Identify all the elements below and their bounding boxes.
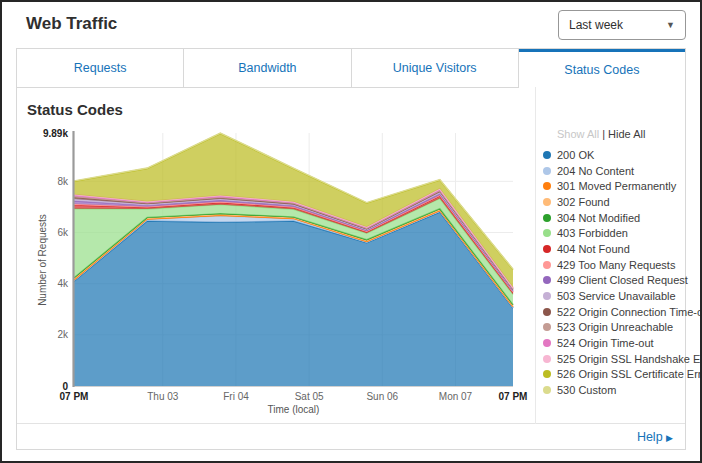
legend-item-522[interactable]: 522 Origin Connection Time-out <box>543 304 691 320</box>
tab-requests-label: Requests <box>74 61 127 75</box>
legend-dot-icon <box>543 355 551 363</box>
tab-status-codes[interactable]: Status Codes <box>519 49 685 88</box>
legend-dot-icon <box>543 370 551 378</box>
time-range-value: Last week <box>569 18 666 32</box>
chart-title: Status Codes <box>27 101 123 118</box>
help-arrow-icon: ▶ <box>666 433 673 443</box>
time-range-dropdown[interactable]: Last week ▼ <box>558 10 686 40</box>
legend-dot-icon <box>543 167 551 175</box>
legend-dot-icon <box>543 151 551 159</box>
legend-dot-icon <box>543 261 551 269</box>
tab-status-codes-label: Status Codes <box>564 63 639 77</box>
tab-unique-visitors-label: Unique Visitors <box>393 61 477 75</box>
legend-divider <box>535 87 536 424</box>
legend-item-530[interactable]: 530 Custom <box>543 382 691 398</box>
legend-header: Show All|Hide All <box>543 128 691 140</box>
legend-item-label: 304 Not Modified <box>557 212 640 224</box>
hide-all-link[interactable]: Hide All <box>608 128 645 140</box>
legend-item-label: 302 Found <box>557 196 610 208</box>
legend-item-523[interactable]: 523 Origin Unreachable <box>543 320 691 336</box>
legend-item-label: 525 Origin SSL Handshake Error <box>557 353 702 365</box>
legend-item-429[interactable]: 429 Too Many Requests <box>543 257 691 273</box>
legend-item-label: 526 Origin SSL Certificate Error <box>557 368 702 380</box>
legend-item-label: 200 OK <box>557 149 594 161</box>
web-traffic-panel: Web Traffic Last week ▼ Requests Bandwid… <box>0 0 702 463</box>
legend-item-499[interactable]: 499 Client Closed Request <box>543 273 691 289</box>
tab-unique-visitors[interactable]: Unique Visitors <box>352 49 519 88</box>
show-all-link[interactable]: Show All <box>557 128 599 140</box>
legend-item-label: 301 Moved Permanently <box>557 180 676 192</box>
help-link[interactable]: Help ▶ <box>637 430 673 444</box>
legend-item-524[interactable]: 524 Origin Time-out <box>543 335 691 351</box>
legend-items: 200 OK204 No Content301 Moved Permanentl… <box>543 147 691 398</box>
legend-dot-icon <box>543 323 551 331</box>
card-footer: Help ▶ <box>17 423 685 449</box>
tab-bandwidth-label: Bandwidth <box>238 61 296 75</box>
legend-dot-icon <box>543 339 551 347</box>
tab-bandwidth[interactable]: Bandwidth <box>184 49 351 88</box>
chevron-down-icon: ▼ <box>666 20 675 30</box>
legend-item-label: 530 Custom <box>557 384 616 396</box>
legend-header-separator: | <box>602 128 605 140</box>
legend-dot-icon <box>543 182 551 190</box>
legend-item-503[interactable]: 503 Service Unavailable <box>543 288 691 304</box>
legend-item-label: 403 Forbidden <box>557 227 628 239</box>
legend-item-200[interactable]: 200 OK <box>543 147 691 163</box>
legend-item-label: 524 Origin Time-out <box>557 337 654 349</box>
legend-item-label: 204 No Content <box>557 165 634 177</box>
legend-item-label: 499 Client Closed Request <box>557 274 688 286</box>
legend-dot-icon <box>543 214 551 222</box>
legend-item-label: 429 Too Many Requests <box>557 259 675 271</box>
legend-dot-icon <box>543 276 551 284</box>
legend-item-label: 522 Origin Connection Time-out <box>557 306 702 318</box>
legend-item-204[interactable]: 204 No Content <box>543 163 691 179</box>
legend-dot-icon <box>543 308 551 316</box>
legend-item-label: 503 Service Unavailable <box>557 290 676 302</box>
legend-dot-icon <box>543 198 551 206</box>
legend-item-403[interactable]: 403 Forbidden <box>543 225 691 241</box>
page-title: Web Traffic <box>26 14 117 34</box>
tab-requests[interactable]: Requests <box>17 49 184 88</box>
legend-item-525[interactable]: 525 Origin SSL Handshake Error <box>543 351 691 367</box>
legend-item-404[interactable]: 404 Not Found <box>543 241 691 257</box>
legend-dot-icon <box>543 386 551 394</box>
tab-bar: Requests Bandwidth Unique Visitors Statu… <box>17 49 685 88</box>
legend-dot-icon <box>543 292 551 300</box>
legend-dot-icon <box>543 245 551 253</box>
legend-item-302[interactable]: 302 Found <box>543 194 691 210</box>
chart-legend: Show All|Hide All 200 OK204 No Content30… <box>543 128 691 398</box>
legend-item-301[interactable]: 301 Moved Permanently <box>543 178 691 194</box>
legend-item-label: 404 Not Found <box>557 243 630 255</box>
legend-dot-icon <box>543 229 551 237</box>
legend-item-526[interactable]: 526 Origin SSL Certificate Error <box>543 367 691 383</box>
legend-item-304[interactable]: 304 Not Modified <box>543 210 691 226</box>
legend-item-label: 523 Origin Unreachable <box>557 321 673 333</box>
